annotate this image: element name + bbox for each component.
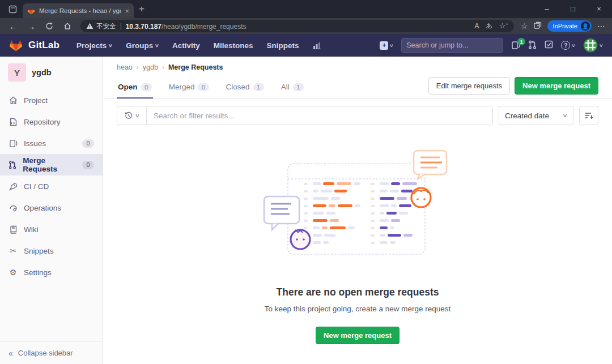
menu-activity[interactable]: Activity (167, 39, 206, 52)
gitlab-tanuki-icon (9, 39, 23, 52)
security-label: 不安全 (96, 22, 116, 31)
sidebar-item-wiki[interactable]: Wiki (0, 219, 103, 240)
edit-merge-requests-button[interactable]: Edit merge requests (428, 77, 510, 95)
user-avatar (583, 38, 598, 53)
tab-open[interactable]: Open0 (117, 76, 153, 99)
tab-close-icon[interactable]: × (125, 7, 129, 15)
empty-state: There are no open merge requests To keep… (103, 132, 612, 364)
breadcrumb-group[interactable]: heao (117, 63, 133, 71)
back-icon[interactable]: ← (5, 19, 22, 33)
gear-icon: ⚙ (8, 268, 18, 277)
sort-direction-button[interactable] (579, 106, 598, 125)
favorites-bar-icon[interactable]: ☆ (521, 22, 528, 31)
sidebar-item-snippets[interactable]: ✂ Snippets (0, 240, 103, 262)
sidebar-item-settings[interactable]: ⚙ Settings (0, 262, 103, 283)
merge-requests-dashboard-icon[interactable] (528, 40, 537, 51)
tab-all[interactable]: All1 (280, 76, 305, 99)
read-aloud-icon[interactable]: A (474, 22, 479, 30)
no-merge-requests-illustration (258, 148, 457, 264)
tab-merged[interactable]: Merged0 (168, 76, 210, 99)
orange-face-icon (411, 188, 431, 207)
menu-snippets[interactable]: Snippets (261, 39, 305, 52)
new-tab-button[interactable]: + (134, 2, 150, 16)
sidebar-item-operations[interactable]: Operations (0, 197, 103, 219)
sidebar-item-merge-requests[interactable]: Merge Requests 0 (0, 154, 103, 175)
user-menu[interactable]: ∨ (583, 38, 603, 53)
search-icon (498, 42, 498, 49)
sidebar-item-issues[interactable]: Issues 0 (0, 132, 103, 154)
issues-dashboard-icon[interactable]: 1 (511, 41, 520, 50)
issues-count-badge: 1 (517, 38, 525, 45)
filter-search-input[interactable] (147, 106, 492, 125)
filtered-search[interactable]: ∨ (117, 106, 493, 125)
help-icon: ? (561, 41, 570, 50)
tab-merged-count: 0 (198, 83, 209, 91)
home-icon[interactable] (59, 19, 76, 33)
menu-groups[interactable]: Groups∨ (120, 39, 164, 52)
empty-state-title: There are no open merge requests (277, 286, 439, 298)
new-merge-request-button[interactable]: New merge request (515, 77, 598, 95)
collections-icon[interactable] (534, 22, 542, 31)
breadcrumb-separator: › (137, 63, 139, 71)
url-text: 10.3.70.187/heao/ygdb/merge_requests (126, 22, 246, 31)
breadcrumb-project[interactable]: ygdb (143, 63, 158, 71)
address-bar-tools: A あ ☆+ (474, 22, 508, 30)
operations-icon (8, 204, 18, 212)
browser-tab[interactable]: Merge Requests - heao / ygdb × (23, 3, 134, 18)
gitlab-favicon (27, 7, 35, 15)
collapse-label: Collapse sidebar (18, 349, 73, 357)
global-search-input[interactable] (406, 41, 498, 49)
new-menu-button[interactable]: + ∨ (380, 41, 393, 50)
search-history-dropdown[interactable]: ∨ (117, 106, 147, 125)
forward-icon[interactable]: → (23, 19, 40, 33)
chevron-down-icon: ∨ (571, 43, 576, 48)
new-merge-request-button-empty[interactable]: New merge request (316, 327, 400, 344)
add-favorite-icon[interactable]: ☆+ (499, 22, 508, 30)
sidebar-item-project[interactable]: Project (0, 89, 103, 111)
menu-projects[interactable]: Projects∨ (71, 39, 118, 52)
gitlab-navbar-right: + ∨ 1 ? ∨ ∨ (380, 38, 603, 53)
gitlab-navbar: GitLab Projects∨ Groups∨ Activity Milest… (0, 34, 612, 57)
browser-toolbar: ← → 不安全 | 10.3.70.187/heao/ygdb/merge_re… (0, 18, 612, 34)
inprivate-label: InPrivate (553, 23, 577, 29)
global-search[interactable] (401, 38, 503, 53)
chevron-down-icon: ∨ (108, 43, 113, 48)
workspace: Y ygdb Project Repository Issues 0 (0, 57, 612, 364)
sort-by-dropdown[interactable]: Created date ∨ (499, 106, 573, 125)
chevron-down-icon: ∨ (134, 113, 139, 118)
todos-icon[interactable] (545, 40, 553, 50)
refresh-icon[interactable] (41, 19, 58, 33)
project-header[interactable]: Y ygdb (0, 57, 103, 89)
purple-face-icon (291, 230, 310, 249)
minimize-icon[interactable]: – (534, 0, 560, 17)
tab-closed[interactable]: Closed1 (225, 76, 265, 99)
chevron-down-icon: ∨ (599, 43, 604, 48)
browser-menu-icon[interactable]: ⋯ (597, 22, 605, 31)
charts-icon[interactable] (307, 39, 327, 52)
sidebar-item-repository[interactable]: Repository (0, 111, 103, 132)
window-controls: – □ × (534, 0, 612, 17)
security-status[interactable]: 不安全 (86, 22, 116, 31)
plus-icon: + (380, 41, 388, 50)
gitlab-logo[interactable]: GitLab (9, 39, 60, 52)
gitlab-brand-text: GitLab (28, 40, 60, 51)
tab-closed-count: 1 (253, 83, 264, 91)
warning-icon (86, 23, 94, 29)
help-menu[interactable]: ? ∨ (561, 41, 575, 50)
url-separator: | (120, 22, 122, 30)
sidebar-item-ci-cd[interactable]: CI / CD (0, 175, 103, 197)
translate-icon[interactable]: あ (486, 22, 492, 30)
project-avatar: Y (8, 63, 26, 82)
url-path: /heao/ygdb/merge_requests (162, 23, 246, 31)
scissors-icon: ✂ (8, 246, 18, 255)
tab-actions-menu-icon[interactable] (5, 2, 20, 16)
close-icon[interactable]: × (586, 0, 612, 17)
address-bar[interactable]: 不安全 | 10.3.70.187/heao/ygdb/merge_reques… (80, 20, 514, 32)
mr-state-tabs: Open0 Merged0 Closed1 All1 Edit merge re… (103, 76, 612, 99)
sort-by-label: Created date (505, 112, 549, 120)
maximize-icon[interactable]: □ (560, 0, 586, 17)
menu-milestones[interactable]: Milestones (208, 39, 259, 52)
merge-requests-badge: 0 (82, 161, 94, 169)
collapse-sidebar-button[interactable]: « Collapse sidebar (0, 341, 103, 364)
inprivate-badge[interactable]: InPrivate 👤 (547, 20, 592, 32)
